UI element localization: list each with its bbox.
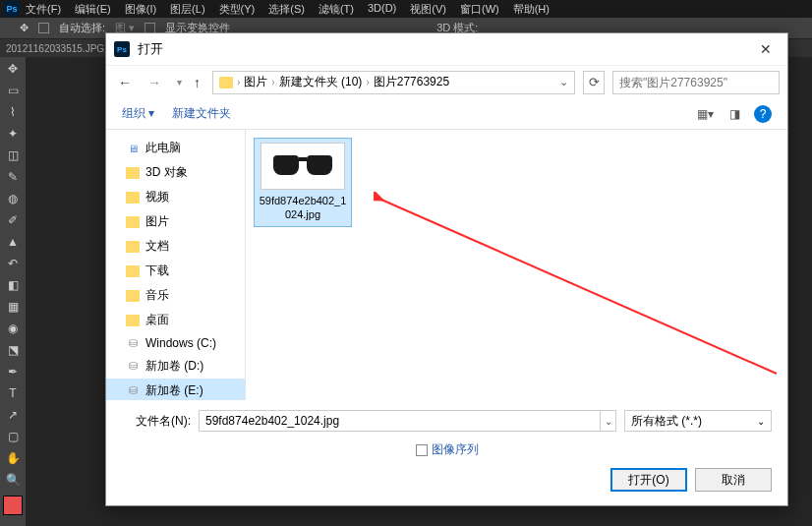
type-tool[interactable]: T: [3, 383, 23, 403]
dialog-icon: Ps: [114, 41, 130, 57]
sidebar: 🖥此电脑3D 对象视频图片文档下载音乐桌面⛁Windows (C:)⛁新加卷 (…: [106, 130, 246, 400]
drive-icon: ⛁: [126, 361, 140, 373]
sidebar-item-label: Windows (C:): [145, 336, 216, 350]
sidebar-item[interactable]: 音乐: [106, 283, 245, 308]
sidebar-item[interactable]: ⛁新加卷 (E:): [106, 379, 245, 400]
open-dialog: Ps 打开 ✕ ← → ▾ ↑ › 图片 › 新建文件夹 (10) › 图片27…: [105, 32, 788, 506]
move-tool[interactable]: ✥: [3, 59, 23, 79]
history-tool[interactable]: ↶: [3, 254, 23, 273]
up-button[interactable]: ↑: [194, 75, 201, 90]
sidebar-item[interactable]: ⛁新加卷 (D:): [106, 354, 245, 379]
eyedropper-tool[interactable]: ✎: [3, 167, 23, 187]
auto-select-checkbox[interactable]: [38, 23, 49, 33]
help-icon[interactable]: ?: [754, 105, 772, 123]
breadcrumb[interactable]: › 图片 › 新建文件夹 (10) › 图片27763925 ⌄: [212, 71, 575, 94]
gradient-tool[interactable]: ▦: [3, 297, 23, 317]
crop-tool[interactable]: ◫: [3, 146, 23, 165]
sidebar-item[interactable]: 🖥此电脑: [106, 136, 245, 160]
pen-tool[interactable]: ✒: [3, 362, 23, 381]
folder-icon: [126, 167, 140, 179]
menu-item[interactable]: 帮助(H): [513, 2, 550, 17]
sidebar-item-label: 此电脑: [145, 140, 181, 156]
image-sequence-checkbox[interactable]: [416, 444, 428, 456]
sidebar-item[interactable]: 下载: [106, 259, 245, 283]
new-folder-button[interactable]: 新建文件夹: [172, 105, 231, 122]
preview-pane-button[interactable]: ◨: [725, 106, 744, 122]
ps-logo: Ps: [4, 1, 20, 17]
sidebar-item[interactable]: 文档: [106, 234, 245, 259]
shape-tool[interactable]: ▢: [3, 427, 23, 446]
search-input[interactable]: [612, 71, 780, 94]
refresh-button[interactable]: ⟳: [583, 71, 605, 94]
cancel-button[interactable]: 取消: [695, 468, 772, 492]
open-button[interactable]: 打开(O): [610, 468, 687, 492]
folder-icon: [219, 77, 233, 88]
dodge-tool[interactable]: ⬔: [3, 340, 23, 360]
breadcrumb-part[interactable]: 新建文件夹 (10): [279, 74, 363, 90]
sidebar-item[interactable]: ⛁Windows (C:): [106, 332, 245, 354]
sidebar-item[interactable]: 视频: [106, 185, 245, 209]
menu-item[interactable]: 3D(D): [368, 2, 396, 17]
sidebar-item-label: 图片: [145, 213, 169, 230]
auto-select-label: 自动选择:: [59, 21, 105, 35]
drive-icon: ⛁: [126, 337, 140, 349]
forward-button[interactable]: →: [144, 75, 165, 90]
zoom-tool[interactable]: 🔍: [3, 470, 23, 490]
lasso-tool[interactable]: ⌇: [3, 102, 23, 122]
menu-item[interactable]: 编辑(E): [75, 2, 111, 17]
filter-select[interactable]: 所有格式 (*.*) ⌄: [624, 410, 772, 432]
folder-icon: [126, 192, 140, 204]
menu-item[interactable]: 视图(V): [410, 2, 446, 17]
heal-tool[interactable]: ◍: [3, 189, 23, 208]
sidebar-item-label: 下载: [145, 263, 169, 279]
image-sequence-label: 图像序列: [432, 441, 479, 458]
sidebar-item[interactable]: 桌面: [106, 308, 245, 332]
menu-item[interactable]: 类型(Y): [219, 2, 256, 17]
recent-dropdown[interactable]: ▾: [173, 77, 186, 88]
stamp-tool[interactable]: ▲: [3, 232, 23, 252]
filename-input-wrap: ⌄: [199, 410, 616, 432]
drive-icon: ⛁: [126, 385, 140, 397]
brush-tool[interactable]: ✐: [3, 210, 23, 230]
close-icon[interactable]: ✕: [752, 41, 780, 57]
sidebar-item[interactable]: 图片: [106, 209, 245, 234]
sidebar-item-label: 文档: [145, 238, 169, 255]
tools-panel: ✥ ▭ ⌇ ✦ ◫ ✎ ◍ ✐ ▲ ↶ ◧ ▦ ◉ ⬔ ✒ T ↗ ▢ ✋ 🔍: [0, 57, 26, 526]
view-mode-button[interactable]: ▦▾: [695, 106, 715, 122]
menu-item[interactable]: 选择(S): [268, 2, 305, 17]
foreground-color[interactable]: [3, 496, 23, 515]
back-button[interactable]: ←: [114, 75, 136, 90]
sidebar-item-label: 桌面: [145, 312, 169, 328]
menu-item[interactable]: 图层(L): [170, 2, 204, 17]
menu-item[interactable]: 图像(I): [125, 2, 156, 17]
organize-button[interactable]: 组织 ▾: [122, 105, 154, 122]
eraser-tool[interactable]: ◧: [3, 275, 23, 295]
sidebar-item-label: 音乐: [145, 287, 169, 304]
file-name: 59fd874e2b402_1024.jpg: [259, 194, 347, 222]
folder-icon: [126, 216, 140, 228]
menu-item[interactable]: 窗口(W): [460, 2, 499, 17]
file-pane[interactable]: 59fd874e2b402_1024.jpg: [246, 130, 787, 400]
wand-tool[interactable]: ✦: [3, 124, 23, 144]
dialog-title: 打开: [138, 40, 752, 58]
breadcrumb-part[interactable]: 图片: [244, 74, 267, 90]
dialog-toolbar: 组织 ▾ 新建文件夹 ▦▾ ◨ ?: [106, 98, 787, 130]
chevron-right-icon: ›: [271, 77, 274, 88]
filename-dropdown[interactable]: ⌄: [600, 410, 615, 432]
sidebar-item[interactable]: 3D 对象: [106, 160, 245, 185]
sidebar-item-label: 3D 对象: [145, 164, 188, 181]
path-tool[interactable]: ↗: [3, 405, 23, 425]
chevron-down-icon: ⌄: [757, 416, 765, 427]
menu-item[interactable]: 滤镜(T): [319, 2, 354, 17]
filename-input[interactable]: [200, 414, 600, 428]
marquee-tool[interactable]: ▭: [3, 81, 23, 100]
document-tab[interactable]: 20121162033515.JPG @: [6, 43, 117, 54]
move-tool-icon: ✥: [20, 22, 29, 34]
file-item[interactable]: 59fd874e2b402_1024.jpg: [254, 138, 352, 227]
blur-tool[interactable]: ◉: [3, 319, 23, 338]
menu-item[interactable]: 文件(F): [26, 2, 61, 17]
breadcrumb-part[interactable]: 图片27763925: [374, 74, 449, 90]
chevron-down-icon[interactable]: ⌄: [559, 76, 568, 88]
hand-tool[interactable]: ✋: [3, 448, 23, 468]
chevron-right-icon: ›: [366, 77, 369, 88]
